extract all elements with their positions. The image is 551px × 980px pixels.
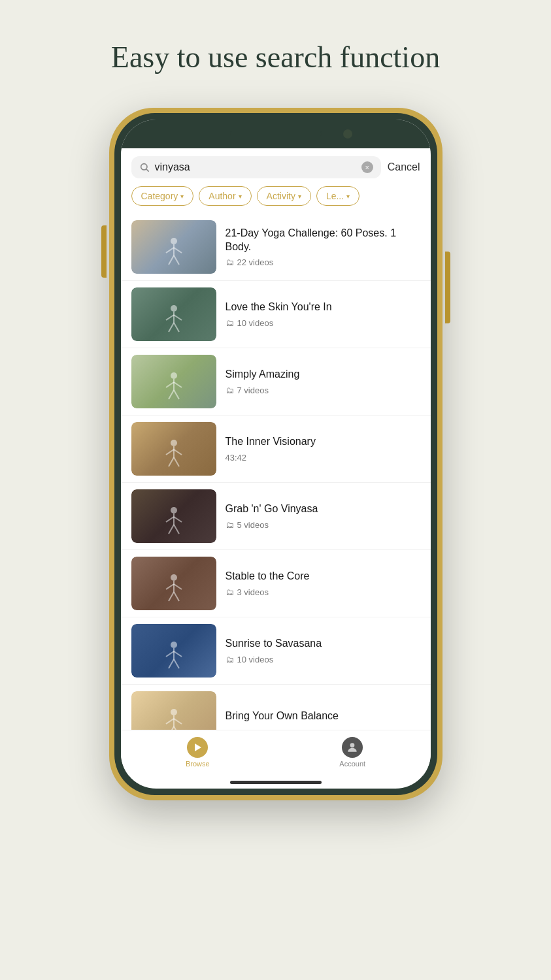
nav-account[interactable]: Account <box>339 737 365 768</box>
result-item[interactable]: Simply Amazing 🗂7 videos <box>121 348 431 416</box>
pose-figure <box>154 236 193 269</box>
result-title: Sunrise to Savasana <box>225 637 420 651</box>
svg-line-23 <box>174 449 182 455</box>
svg-line-11 <box>174 315 182 320</box>
result-item[interactable]: 21-Day Yoga Challenge: 60 Poses. 1 Body.… <box>121 214 431 281</box>
result-title: Stable to the Core <box>225 570 420 583</box>
filter-pill-activity[interactable]: Activity▾ <box>257 186 311 206</box>
collection-icon: 🗂 <box>225 655 234 664</box>
notch-camera <box>343 129 352 139</box>
phone-frame: vinyasa × Cancel Category▾Author▾Activit… <box>109 108 442 800</box>
svg-line-7 <box>174 255 179 265</box>
result-meta: 🗂7 videos <box>225 385 420 395</box>
result-title: The Inner Visionary <box>225 435 420 449</box>
notch-pill <box>230 131 322 137</box>
svg-line-13 <box>174 323 179 332</box>
filter-label: Le... <box>326 191 344 201</box>
search-bar-container: vinyasa × Cancel <box>121 148 431 184</box>
result-thumbnail <box>131 355 216 408</box>
collection-icon: 🗂 <box>225 257 234 267</box>
thumbnail-image <box>131 220 216 274</box>
result-item[interactable]: Love the Skin You're In 🗂10 videos <box>121 281 431 348</box>
cancel-button[interactable]: Cancel <box>388 161 420 173</box>
pose-figure <box>154 370 193 403</box>
nav-browse[interactable]: Browse <box>186 737 210 768</box>
pose-figure <box>154 505 193 538</box>
result-meta: 🗂10 videos <box>225 318 420 328</box>
svg-line-4 <box>166 248 174 253</box>
thumbnail-image <box>131 557 216 610</box>
svg-line-42 <box>169 659 174 668</box>
result-meta: 🗂5 videos <box>225 520 420 530</box>
result-title: Simply Amazing <box>225 368 420 382</box>
phone-screen: vinyasa × Cancel Category▾Author▾Activit… <box>121 120 431 789</box>
pose-figure <box>154 572 193 605</box>
svg-point-44 <box>171 709 177 715</box>
svg-point-2 <box>171 238 177 244</box>
notch-bar <box>121 120 431 148</box>
svg-line-36 <box>169 592 174 601</box>
collection-icon: 🗂 <box>225 385 234 395</box>
svg-line-30 <box>169 525 174 534</box>
thumbnail-image <box>131 287 216 341</box>
svg-line-17 <box>174 382 182 387</box>
thumbnail-image <box>131 422 216 476</box>
svg-line-18 <box>169 390 174 399</box>
svg-line-29 <box>174 517 182 522</box>
result-info: Love the Skin You're In 🗂10 videos <box>225 301 420 328</box>
svg-line-41 <box>174 651 182 657</box>
result-info: Stable to the Core 🗂3 videos <box>225 570 420 597</box>
search-icon <box>139 162 150 172</box>
home-indicator <box>121 776 431 789</box>
svg-line-10 <box>166 315 174 320</box>
search-input[interactable]: vinyasa <box>155 161 356 173</box>
svg-point-0 <box>141 164 146 170</box>
result-title: 21-Day Yoga Challenge: 60 Poses. 1 Body. <box>225 227 420 254</box>
account-label: Account <box>339 760 365 768</box>
result-meta: 43:42 <box>225 453 420 463</box>
play-icon <box>195 743 201 751</box>
result-duration-text: 43:42 <box>225 453 247 463</box>
result-title: Bring Your Own Balance <box>225 710 420 723</box>
thumbnail-image <box>131 691 216 730</box>
svg-point-20 <box>171 440 177 446</box>
chevron-down-icon: ▾ <box>180 193 184 200</box>
svg-point-26 <box>171 507 177 514</box>
chevron-down-icon: ▾ <box>298 193 301 200</box>
filter-pill-level[interactable]: Le...▾ <box>316 186 359 206</box>
svg-line-19 <box>174 390 179 399</box>
page-heading: Easy to use search function <box>111 39 440 75</box>
thumbnail-image <box>131 355 216 408</box>
search-input-wrapper[interactable]: vinyasa × <box>131 156 381 178</box>
result-thumbnail <box>131 624 216 678</box>
result-item[interactable]: Sunrise to Savasana 🗂10 videos <box>121 617 431 685</box>
result-info: Sunrise to Savasana 🗂10 videos <box>225 637 420 664</box>
svg-point-32 <box>171 574 177 581</box>
clear-search-icon[interactable]: × <box>361 161 373 173</box>
svg-point-14 <box>171 372 177 379</box>
filter-pill-category[interactable]: Category▾ <box>131 186 194 206</box>
thumbnail-image <box>131 624 216 678</box>
result-info: 21-Day Yoga Challenge: 60 Poses. 1 Body.… <box>225 227 420 268</box>
result-title: Love the Skin You're In <box>225 301 420 314</box>
pose-figure <box>154 438 193 470</box>
result-meta-text: 5 videos <box>237 520 269 530</box>
svg-line-24 <box>169 457 174 466</box>
filter-pill-author[interactable]: Author▾ <box>199 186 251 206</box>
thumbnail-image <box>131 489 216 543</box>
result-item[interactable]: Grab 'n' Go Vinyasa 🗂5 videos <box>121 483 431 550</box>
result-item[interactable]: Bring Your Own Balance <box>121 685 431 730</box>
svg-line-34 <box>166 584 174 589</box>
result-meta: 🗂22 videos <box>225 257 420 267</box>
svg-line-1 <box>146 169 149 172</box>
collection-icon: 🗂 <box>225 587 234 597</box>
svg-line-5 <box>174 248 182 253</box>
result-meta-text: 10 videos <box>237 318 274 328</box>
svg-line-49 <box>174 727 179 730</box>
filter-label: Category <box>141 191 178 201</box>
collection-icon: 🗂 <box>225 318 234 328</box>
result-meta: 🗂10 videos <box>225 655 420 664</box>
result-item[interactable]: Stable to the Core 🗂3 videos <box>121 550 431 617</box>
result-item[interactable]: The Inner Visionary 43:42 <box>121 416 431 483</box>
result-meta-text: 3 videos <box>237 587 269 597</box>
